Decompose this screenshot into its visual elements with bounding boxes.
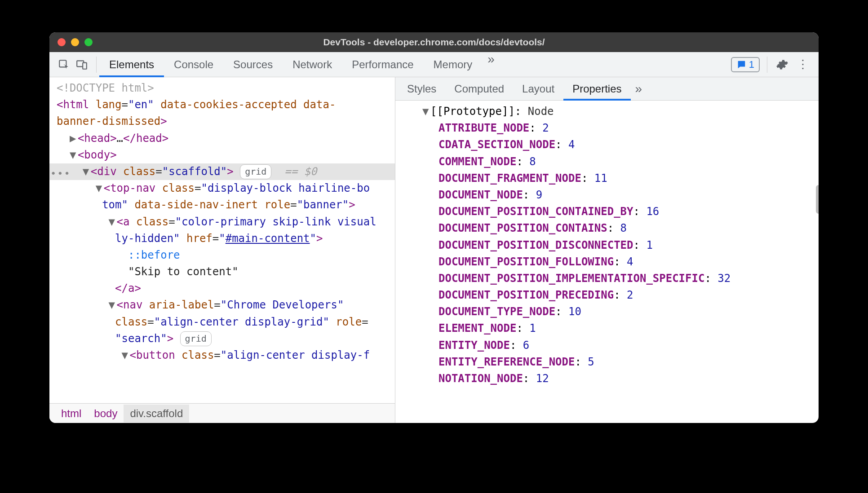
breadcrumbs: html body div.scaffold [49, 403, 395, 423]
dom-nav-3[interactable]: "search"> grid [49, 330, 395, 347]
dom-nav-1[interactable]: ▼<nav aria-label="Chrome Developers" [49, 297, 395, 313]
titlebar: DevTools - developer.chrome.com/docs/dev… [49, 32, 819, 52]
dom-a-1[interactable]: ▼<a class="color-primary skip-link visua… [49, 214, 395, 230]
grid-badge[interactable]: grid [240, 164, 271, 179]
toolbar-separator [767, 57, 767, 73]
dom-a-close[interactable]: </a> [49, 280, 395, 297]
dom-a-2[interactable]: ly-hidden" href="#main-content"> [49, 230, 395, 247]
property-row[interactable]: DOCUMENT_POSITION_IMPLEMENTATION_SPECIFI… [395, 270, 819, 287]
zoom-window-button[interactable] [84, 38, 93, 46]
properties-pane[interactable]: ▼[[Prototype]]: Node ATTRIBUTE_NODE: 2CD… [395, 101, 819, 423]
elements-panel: <!DOCTYPE html> <html lang="en" data-coo… [49, 77, 395, 423]
chat-icon [736, 60, 746, 70]
dom-a-text[interactable]: "Skip to content" [49, 264, 395, 280]
tab-memory[interactable]: Memory [424, 52, 483, 77]
ellipsis-icon[interactable]: ••• [50, 166, 71, 181]
device-toggle-icon[interactable] [74, 57, 90, 73]
dom-html-open-2[interactable]: banner-dismissed> [49, 113, 395, 130]
tabs-overflow-icon[interactable]: » [482, 52, 500, 77]
property-row[interactable]: ENTITY_REFERENCE_NODE: 5 [395, 354, 819, 370]
property-row[interactable]: DOCUMENT_FRAGMENT_NODE: 11 [395, 170, 819, 187]
side-tab-computed[interactable]: Computed [445, 77, 513, 100]
sidebar-tabs-overflow-icon[interactable]: » [631, 82, 647, 96]
inspect-element-icon[interactable] [56, 57, 72, 73]
property-row[interactable]: DOCUMENT_TYPE_NODE: 10 [395, 304, 819, 320]
tab-performance[interactable]: Performance [342, 52, 423, 77]
property-row[interactable]: COMMENT_NODE: 8 [395, 154, 819, 170]
dom-a-pseudo[interactable]: ::before [49, 247, 395, 264]
property-row[interactable]: ATTRIBUTE_NODE: 2 [395, 120, 819, 136]
property-row[interactable]: NOTATION_NODE: 12 [395, 370, 819, 387]
dom-html-open[interactable]: <html lang="en" data-cookies-accepted da… [49, 97, 395, 113]
property-row[interactable]: CDATA_SECTION_NODE: 4 [395, 136, 819, 153]
dom-selected-node[interactable]: ••• ▼<div class="scaffold"> grid == $0 [49, 163, 395, 180]
main-toolbar: Elements Console Sources Network Perform… [49, 52, 819, 77]
dom-topnav-2[interactable]: tom" data-side-nav-inert role="banner"> [49, 197, 395, 213]
tab-console[interactable]: Console [164, 52, 223, 77]
settings-button[interactable] [775, 57, 790, 72]
property-row[interactable]: DOCUMENT_POSITION_CONTAINED_BY: 16 [395, 203, 819, 220]
dom-button-1[interactable]: ▼<button class="align-center display-f [49, 347, 395, 364]
property-row[interactable]: DOCUMENT_NODE: 9 [395, 187, 819, 203]
more-menu-button[interactable]: ⋮ [794, 57, 811, 71]
side-tab-styles[interactable]: Styles [398, 77, 445, 100]
property-row[interactable]: ELEMENT_NODE: 1 [395, 320, 819, 337]
prototype-row[interactable]: ▼[[Prototype]]: Node [395, 103, 819, 120]
minimize-window-button[interactable] [71, 38, 79, 46]
property-row[interactable]: ENTITY_NODE: 6 [395, 337, 819, 354]
dom-doctype[interactable]: <!DOCTYPE html> [49, 80, 395, 97]
side-tab-properties[interactable]: Properties [563, 77, 630, 100]
scrollbar-thumb[interactable] [816, 185, 819, 214]
property-row[interactable]: DOCUMENT_POSITION_DISCONNECTED: 1 [395, 237, 819, 254]
window-controls [49, 38, 93, 46]
side-tab-layout[interactable]: Layout [513, 77, 563, 100]
crumb-html[interactable]: html [55, 405, 88, 423]
dom-head[interactable]: ▶<head>…</head> [49, 130, 395, 147]
issues-count: 1 [749, 59, 754, 70]
svg-rect-2 [83, 62, 87, 69]
selected-eq0: == $0 [284, 165, 317, 178]
crumb-div-scaffold[interactable]: div.scaffold [124, 405, 189, 423]
crumb-body[interactable]: body [88, 405, 124, 423]
tab-elements[interactable]: Elements [99, 52, 164, 77]
sidebar-panel: Styles Computed Layout Properties » ▼[[P… [395, 77, 819, 423]
toolbar-separator [96, 57, 97, 73]
sidebar-tabs: Styles Computed Layout Properties » [395, 77, 819, 101]
property-row[interactable]: DOCUMENT_POSITION_CONTAINS: 8 [395, 220, 819, 237]
dom-nav-2[interactable]: class="align-center display-grid" role= [49, 314, 395, 330]
window-title: DevTools - developer.chrome.com/docs/dev… [49, 37, 819, 48]
dom-tree[interactable]: <!DOCTYPE html> <html lang="en" data-coo… [49, 77, 395, 403]
tab-network[interactable]: Network [283, 52, 342, 77]
main-tabs: Elements Console Sources Network Perform… [99, 52, 500, 77]
dom-body-open[interactable]: ▼<body> [49, 147, 395, 163]
grid-badge[interactable]: grid [180, 331, 212, 346]
tab-sources[interactable]: Sources [223, 52, 283, 77]
issues-button[interactable]: 1 [731, 57, 760, 72]
close-window-button[interactable] [58, 38, 66, 46]
property-row[interactable]: DOCUMENT_POSITION_PRECEDING: 2 [395, 287, 819, 304]
property-row[interactable]: DOCUMENT_POSITION_FOLLOWING: 4 [395, 254, 819, 270]
devtools-window: DevTools - developer.chrome.com/docs/dev… [49, 32, 819, 423]
gear-icon [776, 58, 788, 71]
dom-topnav-1[interactable]: ▼<top-nav class="display-block hairline-… [49, 180, 395, 197]
